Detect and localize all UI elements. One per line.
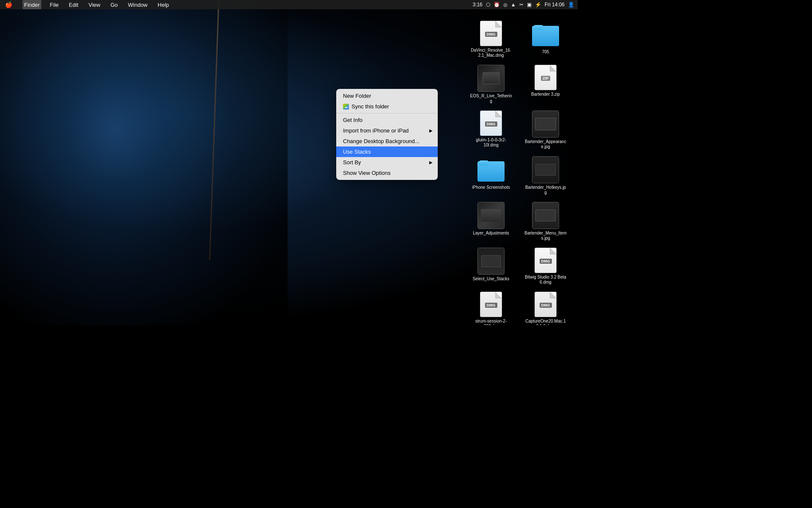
help-menu[interactable]: Help: [156, 0, 171, 9]
desktop-icon-bitwig[interactable]: DMG Bitwig Studio 3.2 Beta 6.dmg: [522, 246, 569, 287]
svg-text:☁: ☁: [345, 105, 348, 108]
layer-adj-label: Layer_Adjustments: [473, 231, 509, 236]
bitwig-icon: DMG: [535, 248, 557, 273]
desktop-icon-davinci[interactable]: DMG DaVinci_Resolve_16.2.1_Mac.dmg: [468, 19, 514, 60]
ctx-import-iphone[interactable]: Import from iPhone or iPad ▶: [336, 125, 438, 136]
desktop-icon-captureone[interactable]: DMG CaptureOne20.Mac.13.1.0.dmg: [522, 290, 569, 325]
bartender-appear-label: Bartender_Appearance.jpg: [524, 139, 567, 149]
gluim-icon: DMG: [480, 110, 502, 136]
iphone-screenshots-icon: [477, 156, 505, 183]
bitwig-label: Bitwig Studio 3.2 Beta 6.dmg: [524, 275, 567, 285]
desktop-icon-bartender-menu[interactable]: Bartender_Menu_Items.jpg: [522, 200, 569, 243]
desktop-icon-layer-adj[interactable]: Layer_Adjustments: [468, 200, 514, 243]
window-menu[interactable]: Window: [126, 0, 149, 9]
menuextra-icon: ✂: [519, 2, 524, 8]
datetime-display: Fri 14:06: [545, 2, 565, 8]
separator-1: [336, 113, 438, 113]
import-submenu-arrow: ▶: [429, 128, 433, 133]
sort-submenu-arrow: ▶: [429, 160, 433, 165]
folder-705-label: 705: [542, 50, 549, 55]
desktop-icon-select-stacks[interactable]: Select_Use_Stacks: [468, 246, 514, 287]
bartender-hotkey-icon: [532, 156, 559, 183]
gluim-label: gluim-1-0-0-3r2-10l.dmg: [470, 138, 512, 148]
ctx-use-stacks[interactable]: Use Stacks: [336, 146, 438, 157]
desktop-icon-bartender-hotkey[interactable]: Bartender_Hotkeys.jpg: [522, 155, 569, 197]
bluetooth-icon: ⬡: [486, 2, 490, 8]
desktop-icon-eos[interactable]: EOS_R_Live_Tethering: [468, 63, 514, 105]
bartender-hotkey-label: Bartender_Hotkeys.jpg: [524, 185, 567, 195]
context-menu: New Folder ☁ Sync this folder Get Info: [336, 89, 438, 180]
captureone-icon: DMG: [535, 292, 557, 317]
davinci-icon: DMG: [480, 21, 502, 46]
select-stacks-label: Select_Use_Stacks: [473, 276, 510, 282]
davinci-label: DaVinci_Resolve_16.2.1_Mac.dmg: [470, 48, 512, 58]
use-stacks-label: Use Stacks: [343, 149, 371, 155]
timemachine-icon: ⏰: [494, 2, 500, 8]
captureone-label: CaptureOne20.Mac.13.1.0.dmg: [524, 319, 567, 325]
ctx-new-folder[interactable]: New Folder: [336, 91, 438, 101]
ctx-get-info[interactable]: Get Info: [336, 115, 438, 125]
ctx-sync-folder[interactable]: ☁ Sync this folder: [336, 101, 438, 112]
view-menu[interactable]: View: [87, 0, 102, 9]
get-info-label: Get Info: [343, 117, 362, 123]
new-folder-label: New Folder: [343, 93, 371, 99]
layer-adj-icon: [477, 202, 505, 229]
bartender-zip-label: Bartender 3.zip: [531, 92, 560, 97]
desktop-icons-area: DMG DaVinci_Resolve_16.2.1_Mac.dmg 705 E…: [464, 13, 578, 325]
desktop-icon-bartender-appear[interactable]: Bartender_Appearance.jpg: [522, 109, 569, 151]
select-stacks-icon: [477, 248, 505, 275]
wifi-icon: ▲: [511, 2, 516, 8]
bartender-menu-icon: [532, 202, 559, 229]
airdrop-icon: ◎: [503, 2, 508, 8]
menubar: 🍎 Finder File Edit View Go Window Help 3…: [0, 0, 578, 9]
strum-label: strum-session-2-v232.dmg: [470, 319, 512, 325]
apple-menu[interactable]: 🍎: [3, 0, 14, 9]
change-desktop-label: Change Desktop Background...: [343, 138, 420, 144]
bartender-zip-icon: ZIP: [535, 65, 557, 90]
ctx-change-desktop[interactable]: Change Desktop Background...: [336, 136, 438, 146]
go-menu[interactable]: Go: [109, 0, 119, 9]
finder-menu[interactable]: Finder: [22, 0, 41, 9]
ctx-show-view-options[interactable]: Show View Options: [336, 168, 438, 178]
menubar-left: 🍎 Finder File Edit View Go Window Help: [3, 0, 171, 9]
user-icon: 👤: [568, 2, 574, 8]
desktop-icon-bartender-zip[interactable]: ZIP Bartender 3.zip: [522, 63, 569, 105]
eos-icon: [477, 65, 505, 92]
desktop-icon-strum[interactable]: DMG strum-session-2-v232.dmg: [468, 290, 514, 325]
icloud-icon: ☁: [343, 104, 349, 110]
sort-by-label: Sort By: [343, 159, 361, 166]
bartender-menu-label: Bartender_Menu_Items.jpg: [524, 231, 567, 241]
desktop-icon-iphone-screenshots[interactable]: iPhone Screenshots: [468, 155, 514, 197]
show-view-options-label: Show View Options: [343, 170, 391, 176]
iphone-screenshots-label: iPhone Screenshots: [472, 185, 510, 190]
ctx-sort-by[interactable]: Sort By ▶: [336, 157, 438, 168]
sync-folder-label: Sync this folder: [351, 103, 389, 110]
bartender-appear-icon: [532, 110, 559, 138]
menubar-right: 3:16 ⬡ ⏰ ◎ ▲ ✂ ▣ ⚡ Fri 14:06 👤: [472, 2, 574, 8]
charge-icon: ⚡: [535, 2, 541, 8]
battery-time: 3:16: [472, 2, 482, 8]
folder-705-icon: [532, 21, 559, 48]
file-menu[interactable]: File: [48, 0, 60, 9]
desktop-icon-705[interactable]: 705: [522, 19, 569, 60]
strum-icon: DMG: [480, 292, 502, 317]
import-iphone-label: Import from iPhone or iPad: [343, 127, 409, 134]
edit-menu[interactable]: Edit: [67, 0, 80, 9]
display-icon: ▣: [527, 2, 532, 8]
desktop-icon-gluim[interactable]: DMG gluim-1-0-0-3r2-10l.dmg: [468, 109, 514, 151]
eos-label: EOS_R_Live_Tethering: [470, 94, 512, 104]
